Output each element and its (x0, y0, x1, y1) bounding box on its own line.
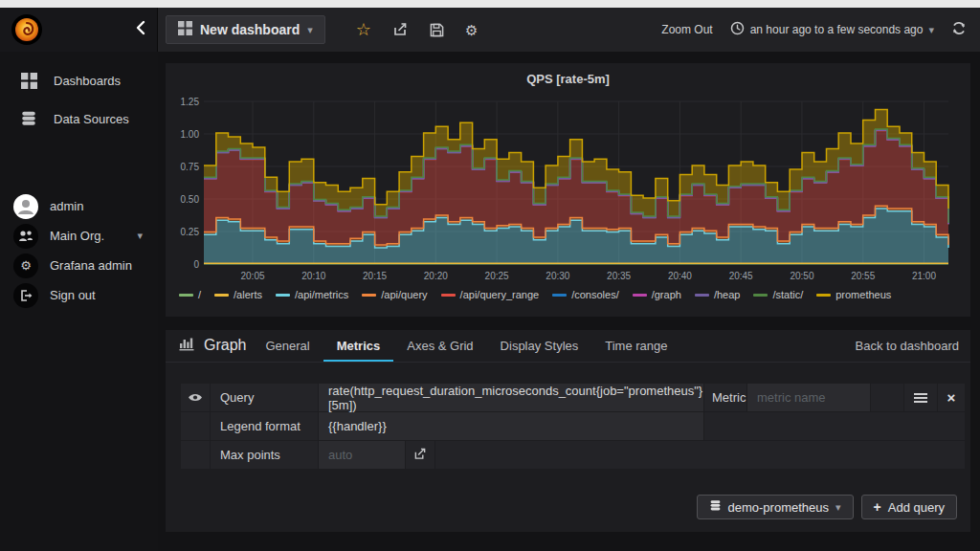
sidebar-item-label: admin (50, 199, 83, 213)
tab-display-styles[interactable]: Display Styles (487, 339, 592, 362)
sidebar-item-label: Dashboards (54, 74, 121, 88)
panel-editor: Graph General Metrics Axes & Grid Displa… (166, 330, 970, 532)
legend-item[interactable]: /consoles/ (552, 289, 619, 300)
time-range-picker[interactable]: an hour ago to a few seconds ago ▾ (730, 21, 934, 39)
external-link-icon (413, 447, 427, 464)
sidebar-item-grafana-admin[interactable]: ⚙ Grafana admin (0, 251, 158, 280)
sidebar-item-main-org[interactable]: Main Org. ▾ (0, 221, 158, 251)
share-icon[interactable] (392, 22, 409, 37)
datasource-selector-button[interactable]: demo-prometheus ▾ (697, 495, 854, 519)
plus-icon: + (874, 500, 881, 514)
chart-plot-area[interactable]: 00.250.500.751.001.2520:0520:1020:1520:2… (175, 96, 960, 285)
sidebar: Dashboards Data Sources admin (0, 52, 158, 551)
editor-panel-type-label: Graph (204, 337, 246, 354)
legend-series-label: /api/metrics (295, 289, 348, 300)
window-top-strip (0, 0, 980, 8)
tab-axes-grid[interactable]: Axes & Grid (393, 339, 486, 362)
clock-icon (730, 21, 745, 39)
legend-item[interactable]: prometheus (816, 289, 891, 300)
legend-format-row: Legend format {{handler}} (181, 412, 965, 440)
panel-title[interactable]: QPS [rate-5m] (166, 63, 970, 92)
editor-header: Graph General Metrics Axes & Grid Displa… (166, 330, 970, 363)
legend-item[interactable]: /static/ (753, 289, 803, 300)
legend-format-label: Legend format (211, 412, 318, 440)
editor-buttons: demo-prometheus ▾ + Add query (697, 495, 957, 519)
dashboard-title-dropdown[interactable]: New dashboard ▾ (166, 15, 325, 44)
settings-gear-icon[interactable]: ⚙ (465, 23, 478, 37)
shift-query-button[interactable] (406, 441, 434, 469)
tab-general[interactable]: General (252, 339, 323, 362)
svg-text:21:00: 21:00 (912, 271, 936, 281)
sidebar-collapse-chevron-icon[interactable] (135, 20, 145, 39)
refresh-icon[interactable] (951, 21, 967, 39)
legend-series-label: /graph (652, 289, 681, 300)
star-icon[interactable]: ☆ (356, 21, 371, 38)
svg-text:20:40: 20:40 (668, 271, 692, 281)
tab-metrics[interactable]: Metrics (323, 339, 394, 362)
legend-item[interactable]: /graph (633, 289, 681, 300)
svg-text:20:05: 20:05 (241, 271, 265, 281)
chevron-down-icon: ▾ (137, 230, 143, 242)
legend-color-dash (552, 294, 567, 297)
svg-text:20:20: 20:20 (424, 271, 448, 281)
max-points-input[interactable]: auto (319, 441, 405, 469)
remove-query-button[interactable]: × (938, 384, 965, 411)
save-icon[interactable] (430, 23, 444, 37)
legend-series-label: /alerts (234, 289, 262, 300)
svg-text:0.75: 0.75 (181, 162, 200, 172)
legend-series-label: / (198, 289, 201, 300)
chart-legend: //alerts/api/metrics/api/query/api/query… (179, 289, 891, 300)
legend-series-label: /static/ (772, 289, 803, 300)
metric-name-input[interactable]: metric name (747, 384, 870, 411)
svg-text:20:55: 20:55 (851, 271, 875, 281)
query-editor-table: Query rate(http_request_duration_microse… (181, 384, 965, 469)
legend-item[interactable]: /api/metrics (276, 289, 348, 300)
database-icon (709, 499, 722, 515)
qps-chart[interactable]: 00.250.500.751.001.2520:0520:1020:1520:2… (175, 96, 960, 289)
query-expression-input[interactable]: rate(http_request_duration_microseconds_… (319, 384, 703, 411)
toggle-query-visibility-button[interactable] (181, 384, 210, 411)
avatar (13, 194, 38, 219)
legend-item[interactable]: /heap (695, 289, 741, 300)
legend-series-label: /api/query (381, 289, 427, 300)
legend-color-dash (695, 294, 709, 297)
legend-series-label: /consoles/ (571, 289, 619, 300)
sidebar-item-data-sources[interactable]: Data Sources (0, 99, 158, 138)
sidebar-item-dashboards[interactable]: Dashboards (0, 61, 158, 99)
query-menu-button[interactable] (904, 384, 937, 411)
svg-text:0: 0 (193, 259, 199, 270)
legend-color-dash (276, 294, 290, 297)
legend-format-input[interactable]: {{handler}} (319, 412, 703, 440)
back-to-dashboard-link[interactable]: Back to dashboard (856, 339, 959, 362)
tab-time-range[interactable]: Time range (591, 339, 680, 362)
sidebar-item-label: Sign out (50, 288, 96, 302)
sidebar-item-sign-out[interactable]: Sign out (0, 280, 158, 310)
chevron-down-icon: ▾ (307, 24, 313, 36)
grid-icon (17, 73, 40, 89)
database-icon (17, 110, 40, 127)
grafana-logo-icon[interactable] (11, 14, 42, 45)
max-points-label: Max points (211, 441, 318, 469)
legend-color-dash (753, 294, 768, 297)
users-icon (13, 224, 38, 249)
legend-item[interactable]: /api/query_range (441, 289, 540, 300)
svg-text:20:25: 20:25 (485, 271, 509, 281)
sidebar-item-admin[interactable]: admin (0, 191, 158, 221)
add-query-button[interactable]: + Add query (861, 495, 957, 519)
metric-label: Metric (704, 384, 746, 411)
zoom-out-button[interactable]: Zoom Out (661, 23, 712, 36)
legend-color-dash (441, 294, 456, 297)
sidebar-item-label: Main Org. (50, 229, 104, 243)
svg-text:20:50: 20:50 (790, 271, 813, 281)
legend-item[interactable]: /alerts (214, 289, 262, 300)
query-label: Query (211, 384, 318, 411)
sidebar-item-label: Data Sources (54, 112, 129, 126)
eye-icon (188, 389, 203, 407)
sidebar-item-label: Grafana admin (50, 258, 132, 273)
logo-area (0, 8, 158, 52)
legend-color-dash (179, 294, 193, 297)
legend-item[interactable]: / (179, 289, 201, 300)
top-navbar: New dashboard ▾ ☆ ⚙ Zoom (0, 8, 980, 52)
legend-item[interactable]: /api/query (362, 289, 427, 300)
svg-text:20:35: 20:35 (607, 271, 631, 281)
